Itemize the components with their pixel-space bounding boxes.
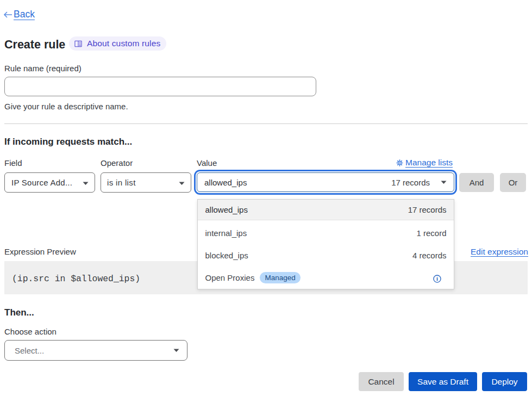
svg-text:i: i — [436, 276, 438, 282]
